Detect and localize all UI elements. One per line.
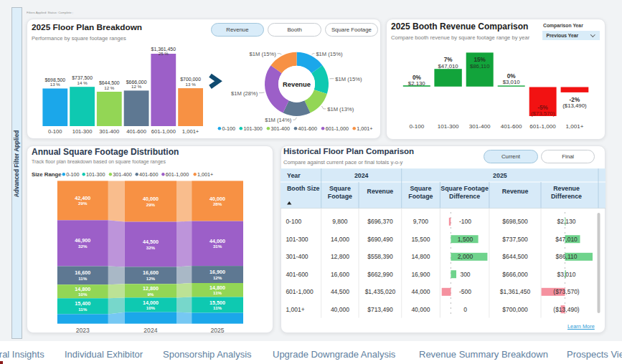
svg-text:12%: 12% xyxy=(146,276,156,281)
svg-text:$3,010: $3,010 xyxy=(557,271,576,278)
svg-text:101-300: 101-300 xyxy=(286,236,308,243)
svg-text:($73,570): ($73,570) xyxy=(531,110,555,117)
svg-text:2025: 2025 xyxy=(493,172,507,179)
svg-text:601-1,000: 601-1,000 xyxy=(326,125,349,132)
svg-text:44,500: 44,500 xyxy=(331,288,349,295)
svg-text:29%: 29% xyxy=(78,201,88,206)
svg-text:401-600: 401-600 xyxy=(126,128,146,135)
svg-text:1,500: 1,500 xyxy=(458,236,473,243)
svg-text:$698,500: $698,500 xyxy=(502,218,528,225)
svg-text:$2,130: $2,130 xyxy=(408,80,426,87)
svg-text:$3,010: $3,010 xyxy=(503,79,521,85)
svg-text:Square Footage: Square Footage xyxy=(440,185,489,192)
svg-text:10%: 10% xyxy=(78,292,88,297)
svg-text:-500: -500 xyxy=(459,288,471,295)
svg-text:$1M (15%): $1M (15%) xyxy=(250,51,277,57)
svg-text:301-400: 301-400 xyxy=(286,253,308,260)
svg-text:$1,435,020: $1,435,020 xyxy=(365,288,396,295)
svg-text:13 %: 13 % xyxy=(186,82,197,87)
svg-text:1,001+: 1,001+ xyxy=(565,123,583,130)
svg-text:$47,010: $47,010 xyxy=(555,236,578,243)
svg-text:1,001+: 1,001+ xyxy=(182,128,199,135)
svg-text:1,001+: 1,001+ xyxy=(357,125,372,132)
svg-text:300: 300 xyxy=(460,271,470,278)
svg-text:$696,370: $696,370 xyxy=(367,218,393,225)
svg-text:11%: 11% xyxy=(78,307,88,312)
svg-text:Revenue: Revenue xyxy=(553,185,580,192)
svg-text:2,000: 2,000 xyxy=(458,253,473,260)
svg-text:Size Range: Size Range xyxy=(32,171,62,178)
svg-text:Revenue: Revenue xyxy=(502,188,529,195)
svg-text:14,000: 14,000 xyxy=(331,236,349,243)
svg-text:Square: Square xyxy=(410,185,431,192)
svg-text:101-300: 101-300 xyxy=(438,123,459,130)
svg-text:0-100: 0-100 xyxy=(409,123,424,130)
svg-text:401-600: 401-600 xyxy=(139,171,158,178)
svg-text:14,800: 14,800 xyxy=(411,253,430,260)
svg-text:2023: 2023 xyxy=(76,327,90,334)
svg-text:401-600: 401-600 xyxy=(286,271,308,278)
svg-text:601-1,000: 601-1,000 xyxy=(151,128,176,135)
svg-text:11%: 11% xyxy=(213,290,222,295)
svg-text:40,000: 40,000 xyxy=(331,306,349,313)
svg-text:601-1,000: 601-1,000 xyxy=(286,288,314,295)
svg-text:13 %: 13 % xyxy=(50,82,61,87)
svg-text:15%: 15% xyxy=(474,57,486,63)
svg-text:12,800: 12,800 xyxy=(331,253,349,260)
svg-text:301-400: 301-400 xyxy=(271,125,290,132)
svg-text:$86,110: $86,110 xyxy=(470,63,490,70)
svg-text:31%: 31% xyxy=(213,244,222,249)
svg-text:9,800: 9,800 xyxy=(332,218,348,225)
svg-text:Difference: Difference xyxy=(449,193,480,200)
svg-text:1,001+: 1,001+ xyxy=(197,171,213,178)
svg-text:$2,130: $2,130 xyxy=(557,218,576,225)
svg-text:9%: 9% xyxy=(147,292,154,297)
svg-text:12%: 12% xyxy=(213,275,222,280)
svg-text:$1M (13%): $1M (13%) xyxy=(327,106,354,112)
svg-text:$558,390: $558,390 xyxy=(367,253,393,260)
svg-text:$690,490: $690,490 xyxy=(367,236,393,243)
svg-text:16,900: 16,900 xyxy=(411,271,430,278)
svg-text:-100: -100 xyxy=(459,218,471,225)
svg-text:($73,570): ($73,570) xyxy=(553,288,580,295)
svg-text:9,700: 9,700 xyxy=(413,218,429,225)
svg-text:16,600: 16,600 xyxy=(331,271,349,278)
svg-text:301-400: 301-400 xyxy=(469,123,491,130)
svg-text:$47,010: $47,010 xyxy=(438,63,459,70)
svg-text:44,000: 44,000 xyxy=(411,288,430,295)
svg-text:$1M (15%): $1M (15%) xyxy=(316,51,343,57)
svg-text:2024: 2024 xyxy=(143,327,157,334)
svg-text:0-100: 0-100 xyxy=(66,171,79,178)
svg-text:$1M (14%): $1M (14%) xyxy=(265,117,292,123)
svg-text:Footage: Footage xyxy=(408,193,433,200)
svg-text:11%: 11% xyxy=(213,305,222,310)
svg-text:301-400: 301-400 xyxy=(99,128,119,135)
svg-text:$644,500: $644,500 xyxy=(502,253,528,260)
svg-text:101-300: 101-300 xyxy=(243,125,262,132)
svg-text:$700,000: $700,000 xyxy=(502,306,528,313)
svg-text:$1M (15%): $1M (15%) xyxy=(335,76,362,82)
svg-text:Footage: Footage xyxy=(328,193,352,200)
svg-text:32%: 32% xyxy=(146,245,156,250)
svg-text:29%: 29% xyxy=(146,202,156,207)
svg-text:14 %: 14 % xyxy=(77,80,88,85)
svg-text:$713,490: $713,490 xyxy=(367,306,393,313)
svg-text:301-400: 301-400 xyxy=(113,171,131,178)
svg-text:$666,000: $666,000 xyxy=(502,271,528,278)
svg-text:40,000: 40,000 xyxy=(411,306,430,313)
svg-text:11%: 11% xyxy=(78,276,88,281)
svg-text:Difference: Difference xyxy=(551,193,582,200)
svg-text:401-600: 401-600 xyxy=(298,125,317,132)
svg-text:0: 0 xyxy=(463,306,467,313)
svg-text:0-100: 0-100 xyxy=(222,125,235,132)
svg-text:1,001+: 1,001+ xyxy=(286,306,304,313)
svg-text:12 %: 12 % xyxy=(104,85,115,90)
svg-text:15,500: 15,500 xyxy=(411,236,430,243)
svg-text:25 %: 25 % xyxy=(159,51,169,56)
svg-text:12 %: 12 % xyxy=(131,84,142,89)
svg-text:Square: Square xyxy=(329,185,351,192)
svg-text:Year: Year xyxy=(287,172,301,179)
svg-text:$1,361,450: $1,361,450 xyxy=(500,288,531,295)
svg-text:Revenue: Revenue xyxy=(367,188,394,195)
svg-text:$86,110: $86,110 xyxy=(555,253,577,260)
